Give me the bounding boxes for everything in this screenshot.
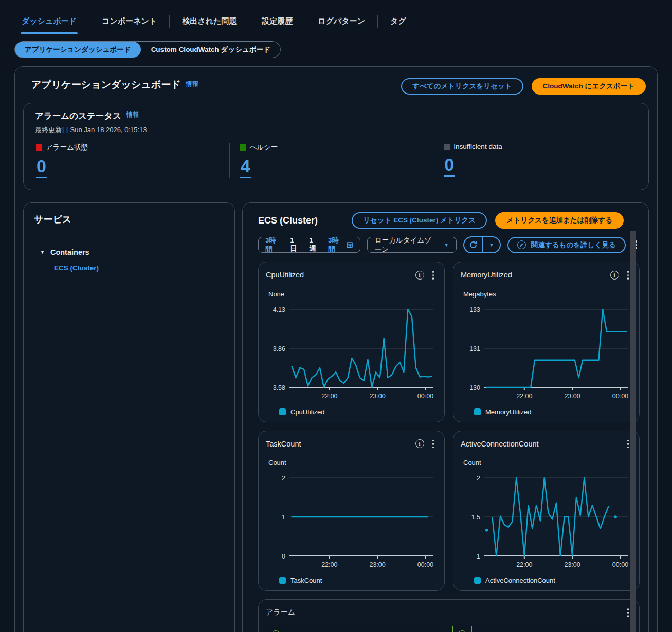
info-icon[interactable]: i — [415, 439, 424, 448]
metric-chart-card: TaskCount i Count 21022:0023:0000:00 Tas… — [258, 431, 445, 591]
chart-plot: 4.133.863.5822:0023:0000:00 — [266, 298, 438, 406]
explore-related-label: 関連するものを詳しく見る — [531, 240, 616, 250]
status-label: アラーム状態 — [46, 143, 88, 152]
legend-swatch — [279, 408, 286, 415]
alarm-tile[interactable]: ✓ ApplicationInsights/ApplicationInsight… — [452, 626, 632, 632]
tab-item[interactable]: ログパターン — [317, 11, 366, 34]
refresh-split-button: ▼ — [463, 236, 501, 253]
chart-title: TaskCount — [266, 440, 415, 448]
svg-text:1: 1 — [282, 514, 285, 521]
alarm-status-column: ヘルシー 4 — [229, 143, 433, 178]
export-to-cloudwatch-button[interactable]: CloudWatch にエクスポート — [532, 78, 646, 95]
chart-plot: 21022:0023:0000:00 — [266, 467, 438, 574]
view-toggle-option[interactable]: Custom CloudWatch ダッシュボード — [141, 42, 280, 58]
svg-text:00:00: 00:00 — [612, 393, 628, 400]
refresh-options-button[interactable]: ▼ — [483, 237, 500, 252]
svg-text:133: 133 — [469, 306, 480, 313]
timezone-label: ローカルタイムゾーン — [375, 236, 437, 254]
info-icon[interactable]: i — [610, 271, 619, 280]
chevron-down-icon: ▼ — [40, 250, 45, 255]
alarm-name: ApplicationInsights/ApplicationInsights-… — [285, 626, 445, 632]
chart-plot: 13313113022:0023:0000:00 — [461, 298, 632, 406]
svg-text:4.13: 4.13 — [273, 306, 285, 313]
svg-text:23:00: 23:00 — [369, 561, 385, 568]
time-range-option[interactable]: 1日 — [290, 236, 299, 253]
alarm-tile[interactable]: ✓ ApplicationInsights/ApplicationInsight… — [266, 626, 445, 632]
legend-label: TaskCount — [290, 577, 322, 584]
legend-swatch — [474, 577, 481, 584]
alarms-title: アラーム — [266, 608, 295, 617]
svg-text:00:00: 00:00 — [417, 393, 433, 400]
alarm-status-column: Insufficient data 0 — [433, 143, 637, 178]
chart-plot: 21.5122:0023:0000:00 — [461, 467, 632, 574]
tree-group-label: Containers — [50, 248, 89, 256]
tab-item[interactable]: 設定履歴 — [261, 11, 294, 34]
alarms-grid: ✓ ApplicationInsights/ApplicationInsight… — [266, 626, 632, 632]
timezone-dropdown[interactable]: ローカルタイムゾーン ▼ — [367, 237, 457, 253]
refresh-button[interactable] — [464, 237, 483, 252]
svg-text:131: 131 — [469, 345, 480, 352]
custom-time-range[interactable]: 3時間 — [328, 236, 353, 254]
legend-label: CpuUtilized — [290, 408, 324, 416]
tree-item-containers[interactable]: ▼ Containers — [40, 248, 224, 256]
calendar-icon — [347, 241, 353, 249]
tab-item[interactable]: 検出された問題 — [181, 11, 238, 34]
status-count-link[interactable]: 0 — [444, 156, 455, 177]
alarm-status-column: アラーム状態 0 — [35, 143, 229, 178]
status-color-square — [444, 144, 450, 150]
time-range-option[interactable]: 3時間 — [265, 236, 280, 254]
chevron-down-icon: ▼ — [444, 242, 449, 248]
chart-title: MemoryUtilized — [461, 271, 610, 279]
status-color-square — [36, 144, 42, 151]
svg-text:1.5: 1.5 — [471, 514, 480, 521]
svg-text:2: 2 — [282, 475, 285, 482]
tab-item[interactable]: タグ — [389, 11, 407, 34]
status-count-link[interactable]: 0 — [36, 157, 47, 178]
alarm-icon-cell: ✓ — [266, 626, 285, 632]
alarm-status-panel: アラームのステータス情報 最終更新日 Sun Jan 18 2026, 0:15… — [23, 103, 649, 190]
status-label: ヘルシー — [250, 143, 278, 152]
status-count-link[interactable]: 4 — [240, 157, 251, 178]
tab-separator — [249, 15, 249, 28]
svg-text:22:00: 22:00 — [516, 561, 532, 568]
chart-menu-icon[interactable] — [429, 268, 438, 282]
tree-link-ecs-cluster[interactable]: ECS (Cluster) — [54, 264, 224, 272]
svg-text:22:00: 22:00 — [516, 393, 532, 400]
time-range-selector: 3時間1日1週3時間 — [258, 237, 360, 253]
alarm-status-title: アラームのステータス — [35, 111, 121, 120]
svg-text:22:00: 22:00 — [321, 393, 337, 400]
svg-text:3.58: 3.58 — [273, 384, 285, 391]
add-remove-metrics-button[interactable]: メトリクスを追加または削除する — [495, 212, 624, 229]
time-range-option[interactable]: 1週 — [309, 236, 318, 253]
svg-text:23:00: 23:00 — [564, 561, 580, 568]
reset-all-metrics-button[interactable]: すべてのメトリクスをリセット — [401, 78, 523, 95]
ecs-panel-title: ECS (Cluster) — [258, 215, 318, 226]
chart-title: CpuUtilized — [266, 271, 415, 279]
panel-title-block: アプリケーションダッシュボード情報 — [31, 78, 198, 91]
view-toggle-group: アプリケーションダッシュボードCustom CloudWatch ダッシュボード — [14, 41, 281, 58]
application-dashboard-panel: アプリケーションダッシュボード情報 すべてのメトリクスをリセット CloudWa… — [14, 66, 658, 632]
svg-text:23:00: 23:00 — [564, 393, 580, 400]
view-toggle-option[interactable]: アプリケーションダッシュボード — [15, 42, 141, 58]
legend-swatch — [279, 577, 286, 584]
tab-item[interactable]: コンポーネント — [101, 11, 158, 34]
page-tabs: ダッシュボードコンポーネント検出された問題設定履歴ログパターンタグ — [21, 0, 672, 34]
vertical-scrollbar[interactable] — [630, 231, 636, 632]
dashboard-view-toggle: アプリケーションダッシュボードCustom CloudWatch ダッシュボード — [14, 41, 672, 58]
compass-icon — [517, 240, 526, 249]
chart-menu-icon[interactable] — [429, 437, 438, 451]
tab-item[interactable]: ダッシュボード — [21, 11, 78, 34]
svg-text:0: 0 — [282, 553, 285, 560]
info-icon[interactable]: i — [415, 271, 424, 280]
chart-title: ActiveConnectionCount — [461, 440, 624, 448]
info-link[interactable]: 情報 — [126, 111, 139, 118]
legend-label: ActiveConnectionCount — [485, 577, 555, 584]
custom-range-label: 3時間 — [328, 236, 342, 254]
svg-text:3.86: 3.86 — [273, 345, 285, 352]
info-link[interactable]: 情報 — [186, 80, 198, 87]
reset-ecs-metrics-button[interactable]: リセット ECS (Cluster) メトリクス — [352, 212, 487, 229]
explore-related-button[interactable]: 関連するものを詳しく見る — [507, 237, 626, 253]
tab-separator — [169, 15, 170, 28]
metrics-charts-grid: CpuUtilized i None 4.133.863.5822:0023:0… — [258, 262, 640, 591]
chevron-down-icon: ▼ — [489, 242, 494, 248]
